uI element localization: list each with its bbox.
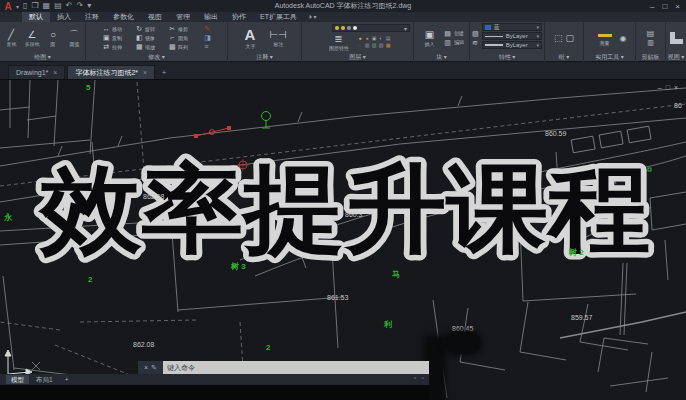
group-icon[interactable]: ⬚ — [554, 33, 563, 43]
qat-dropdown-icon[interactable]: ▾ — [87, 2, 91, 10]
file-tab-字体标注练习图纸2*[interactable]: 字体标注练习图纸2*× — [67, 65, 155, 79]
redo-icon[interactable]: ↷ — [76, 2, 83, 10]
linetype-dropdown[interactable]: ByLayer▾ — [482, 32, 542, 40]
close-button[interactable]: × — [675, 2, 680, 11]
panel-label-properties[interactable]: 特性 ▾ — [470, 53, 544, 62]
new-drawing-tab-button[interactable]: + — [157, 65, 171, 79]
tab-close-icon[interactable]: × — [143, 69, 147, 76]
scale-tool[interactable]: ▦缩放 — [135, 43, 167, 52]
ribbon-tab-默认[interactable]: 默认 — [22, 12, 50, 22]
layer-properties-tool[interactable]: ≣ 图层特性 — [324, 33, 354, 51]
copy-icon: ▣ — [102, 34, 110, 42]
offset-tool-icon[interactable]: ≡ — [204, 43, 211, 51]
quick-select-icon[interactable]: ◉ — [620, 34, 627, 43]
layer-dropdown[interactable]: ▾ — [332, 24, 410, 32]
file-tab-Drawing1*[interactable]: Drawing1*× — [8, 65, 65, 79]
object-color-dropdown[interactable]: 蓝▾ — [482, 23, 542, 31]
panel-label-annotate[interactable]: 注释 ▾ — [228, 53, 301, 62]
maximize-button[interactable]: □ — [662, 2, 667, 11]
command-input[interactable]: 键入命令 — [163, 361, 429, 374]
panel-label-block[interactable]: 块 ▾ — [414, 53, 469, 62]
text-tool[interactable]: A文字 — [238, 27, 262, 49]
line-tool[interactable]: ╱直线 — [2, 29, 20, 47]
panel-label-view[interactable]: 视图 ▾ — [666, 53, 686, 62]
create-block-icon: ▤ — [444, 30, 452, 38]
layout-tab-布局1[interactable]: 布局1 — [31, 375, 58, 384]
feature-label: 利 — [384, 321, 392, 329]
new-file-icon[interactable]: ▯ — [23, 2, 27, 10]
insert-block-tool[interactable]: ▣插入 — [419, 29, 441, 47]
arc-tool[interactable]: ⌒圆弧 — [65, 29, 83, 47]
drawing-close-button[interactable]: × — [674, 84, 682, 91]
status-right-icons[interactable]: ▫ ▫ — [414, 375, 426, 381]
open-icon[interactable]: ❒ — [31, 2, 38, 10]
polyline-tool[interactable]: ∠多段线 — [23, 29, 41, 47]
measure-tool[interactable]: 测量 — [593, 30, 617, 46]
save-icon[interactable]: ▦ — [43, 2, 51, 10]
file-tab-bar: Drawing1*×字体标注练习图纸2*×+ — [0, 62, 686, 80]
panel-label-layers[interactable]: 图层 ▾ — [302, 53, 413, 62]
ribbon-tab-输出[interactable]: 输出 — [197, 12, 225, 22]
drawing-canvas[interactable]: 效率提升课程 860.5986862.08860.3861.53862.0886… — [0, 80, 686, 400]
autocad-logo-icon[interactable]: A — [0, 1, 16, 12]
drawing-window-controls: –□× — [658, 84, 682, 91]
array-tool[interactable]: ▩阵列 — [168, 43, 200, 52]
ribbon-panel-view: 视图 ▾ — [666, 22, 686, 62]
ribbon-display-toggle-icon[interactable]: ⏵ ▾ — [304, 12, 322, 22]
rotate-tool[interactable]: ↻旋转 — [135, 25, 167, 34]
chevron-down-icon: ▾ — [536, 33, 539, 39]
tab-close-icon[interactable]: × — [53, 69, 57, 76]
ribbon-tab-注释[interactable]: 注释 — [78, 12, 106, 22]
layout-tab-+[interactable]: + — [60, 375, 74, 384]
drawing-linework: 效率提升课程 — [0, 80, 686, 400]
dimension-icon: ⊢⊣ — [269, 29, 286, 41]
ungroup-icon[interactable]: ▢ — [566, 33, 575, 43]
copy-clip-icon[interactable]: ▥ — [647, 39, 654, 47]
layer-lock-icon — [347, 26, 351, 30]
move-tool[interactable]: ↔移动 — [102, 25, 134, 34]
ribbon-tab-ET扩展工具[interactable]: ET扩展工具 — [253, 12, 304, 22]
panel-label-groups[interactable]: 组 ▾ — [545, 53, 583, 62]
ribbon-tab-插入[interactable]: 插入 — [50, 12, 78, 22]
panel-label-draw[interactable]: 绘图 ▾ — [0, 53, 85, 62]
ribbon-tab-视图[interactable]: 视图 — [141, 12, 169, 22]
drawing-minimize-button[interactable]: – — [658, 84, 666, 91]
match-properties-icon[interactable]: ▨ — [472, 30, 479, 38]
edit-block-tool[interactable]: ▥编辑 — [444, 39, 465, 47]
properties-palette-icon[interactable]: ≋ — [472, 39, 479, 47]
create-block-tool[interactable]: ▤创建 — [444, 30, 465, 38]
ribbon-panel-utilities: 测量 ◉ 实用工具 ▾ — [584, 22, 636, 62]
layout-tab-模型[interactable]: 模型 — [6, 375, 29, 384]
lineweight-dropdown[interactable]: ByLayer▾ — [482, 41, 542, 49]
command-close-icon[interactable]: × — [144, 364, 148, 371]
command-prompt-text: 键入命令 — [167, 363, 195, 373]
ribbon-tab-参数化[interactable]: 参数化 — [106, 12, 141, 22]
elevation-label: 86 — [674, 102, 682, 109]
app-menu-dropdown-icon[interactable]: ▾ — [16, 3, 19, 10]
color-swatch — [485, 25, 491, 30]
quick-access-toolbar: ▯❒▦▤↶↷▾ — [23, 2, 91, 10]
trim-tool[interactable]: ✂修剪 — [168, 25, 200, 34]
layer-tools-grid[interactable]: ●●▣◐▤ ◌▥▧▨▩ — [357, 35, 392, 49]
panel-label-clipboard[interactable]: 剪贴板 — [636, 53, 665, 62]
fillet-tool[interactable]: ⌐圆角 — [168, 34, 200, 43]
mirror-tool[interactable]: ◧镜像 — [135, 34, 167, 43]
ribbon-tab-管理[interactable]: 管理 — [169, 12, 197, 22]
undo-icon[interactable]: ↶ — [66, 2, 73, 10]
print-icon[interactable]: ▤ — [54, 2, 62, 10]
erase-tool-icon[interactable]: ✎ — [204, 25, 211, 33]
layer-color-icon — [353, 26, 357, 30]
minimize-button[interactable]: – — [650, 2, 654, 11]
stretch-tool[interactable]: ⇄拉伸 — [102, 43, 134, 52]
panel-label-modify[interactable]: 修改 ▾ — [86, 53, 227, 62]
drawing-restore-button[interactable]: □ — [666, 84, 674, 91]
ribbon-tab-协作[interactable]: 协作 — [225, 12, 253, 22]
view-base-icon[interactable] — [670, 32, 683, 44]
explode-tool-icon[interactable]: ◨ — [204, 34, 211, 42]
circle-tool[interactable]: ○圆 — [44, 29, 62, 47]
panel-label-utilities[interactable]: 实用工具 ▾ — [584, 53, 635, 62]
dimension-tool[interactable]: ⊢⊣标注 — [265, 29, 291, 47]
paste-icon[interactable]: ▤ — [647, 29, 655, 38]
copy-tool[interactable]: ▣复制 — [102, 34, 134, 43]
command-customize-icon[interactable]: ✎ — [151, 364, 157, 372]
